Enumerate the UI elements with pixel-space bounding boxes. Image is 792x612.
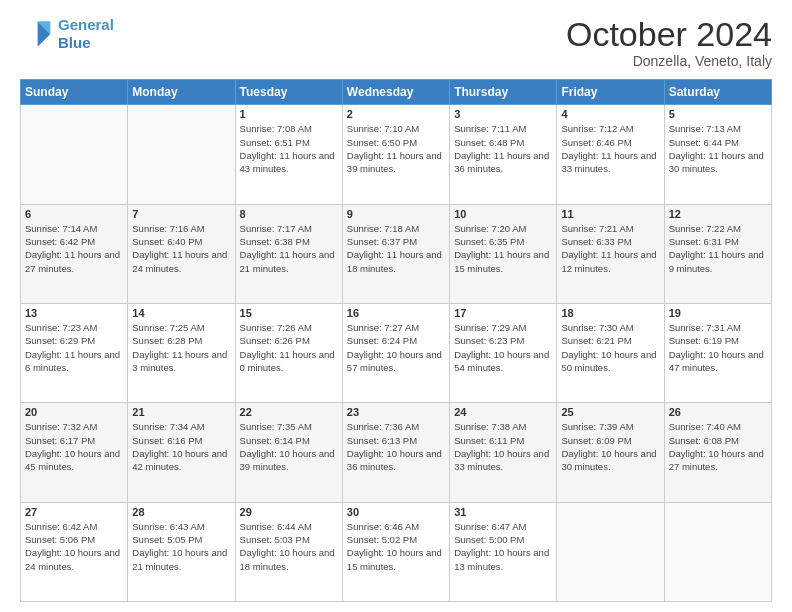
day-number: 19 [669, 307, 767, 319]
day-detail: Sunrise: 7:08 AM Sunset: 6:51 PM Dayligh… [240, 122, 338, 175]
calendar-cell: 24Sunrise: 7:38 AM Sunset: 6:11 PM Dayli… [450, 403, 557, 502]
calendar-cell: 13Sunrise: 7:23 AM Sunset: 6:29 PM Dayli… [21, 304, 128, 403]
day-detail: Sunrise: 7:12 AM Sunset: 6:46 PM Dayligh… [561, 122, 659, 175]
calendar-cell: 11Sunrise: 7:21 AM Sunset: 6:33 PM Dayli… [557, 204, 664, 303]
day-number: 12 [669, 208, 767, 220]
logo-icon [20, 18, 52, 50]
title-block: October 2024 Donzella, Veneto, Italy [566, 16, 772, 69]
calendar-cell: 3Sunrise: 7:11 AM Sunset: 6:48 PM Daylig… [450, 105, 557, 204]
day-header-tuesday: Tuesday [235, 80, 342, 105]
day-detail: Sunrise: 7:10 AM Sunset: 6:50 PM Dayligh… [347, 122, 445, 175]
calendar-cell: 31Sunrise: 6:47 AM Sunset: 5:00 PM Dayli… [450, 502, 557, 601]
calendar-cell: 27Sunrise: 6:42 AM Sunset: 5:06 PM Dayli… [21, 502, 128, 601]
day-detail: Sunrise: 6:43 AM Sunset: 5:05 PM Dayligh… [132, 520, 230, 573]
day-number: 24 [454, 406, 552, 418]
calendar-cell: 23Sunrise: 7:36 AM Sunset: 6:13 PM Dayli… [342, 403, 449, 502]
calendar-week-4: 20Sunrise: 7:32 AM Sunset: 6:17 PM Dayli… [21, 403, 772, 502]
calendar-cell: 10Sunrise: 7:20 AM Sunset: 6:35 PM Dayli… [450, 204, 557, 303]
day-detail: Sunrise: 7:26 AM Sunset: 6:26 PM Dayligh… [240, 321, 338, 374]
logo-line1: General [58, 16, 114, 33]
calendar-cell: 25Sunrise: 7:39 AM Sunset: 6:09 PM Dayli… [557, 403, 664, 502]
calendar-cell: 7Sunrise: 7:16 AM Sunset: 6:40 PM Daylig… [128, 204, 235, 303]
day-number: 10 [454, 208, 552, 220]
calendar-week-2: 6Sunrise: 7:14 AM Sunset: 6:42 PM Daylig… [21, 204, 772, 303]
day-number: 17 [454, 307, 552, 319]
calendar-cell: 14Sunrise: 7:25 AM Sunset: 6:28 PM Dayli… [128, 304, 235, 403]
calendar-cell [557, 502, 664, 601]
day-number: 29 [240, 506, 338, 518]
calendar-cell: 26Sunrise: 7:40 AM Sunset: 6:08 PM Dayli… [664, 403, 771, 502]
calendar-cell: 15Sunrise: 7:26 AM Sunset: 6:26 PM Dayli… [235, 304, 342, 403]
day-header-thursday: Thursday [450, 80, 557, 105]
day-detail: Sunrise: 7:30 AM Sunset: 6:21 PM Dayligh… [561, 321, 659, 374]
day-detail: Sunrise: 7:21 AM Sunset: 6:33 PM Dayligh… [561, 222, 659, 275]
calendar-cell: 20Sunrise: 7:32 AM Sunset: 6:17 PM Dayli… [21, 403, 128, 502]
day-detail: Sunrise: 7:25 AM Sunset: 6:28 PM Dayligh… [132, 321, 230, 374]
day-number: 5 [669, 108, 767, 120]
day-detail: Sunrise: 7:27 AM Sunset: 6:24 PM Dayligh… [347, 321, 445, 374]
day-detail: Sunrise: 7:17 AM Sunset: 6:38 PM Dayligh… [240, 222, 338, 275]
day-detail: Sunrise: 6:46 AM Sunset: 5:02 PM Dayligh… [347, 520, 445, 573]
calendar-table: SundayMondayTuesdayWednesdayThursdayFrid… [20, 79, 772, 602]
day-detail: Sunrise: 7:32 AM Sunset: 6:17 PM Dayligh… [25, 420, 123, 473]
calendar-cell: 28Sunrise: 6:43 AM Sunset: 5:05 PM Dayli… [128, 502, 235, 601]
day-header-saturday: Saturday [664, 80, 771, 105]
day-number: 18 [561, 307, 659, 319]
day-detail: Sunrise: 7:38 AM Sunset: 6:11 PM Dayligh… [454, 420, 552, 473]
day-number: 9 [347, 208, 445, 220]
day-number: 23 [347, 406, 445, 418]
day-number: 14 [132, 307, 230, 319]
day-detail: Sunrise: 7:35 AM Sunset: 6:14 PM Dayligh… [240, 420, 338, 473]
day-number: 15 [240, 307, 338, 319]
page: General Blue October 2024 Donzella, Vene… [0, 0, 792, 612]
calendar-header-row: SundayMondayTuesdayWednesdayThursdayFrid… [21, 80, 772, 105]
day-detail: Sunrise: 7:39 AM Sunset: 6:09 PM Dayligh… [561, 420, 659, 473]
calendar-cell: 5Sunrise: 7:13 AM Sunset: 6:44 PM Daylig… [664, 105, 771, 204]
day-number: 21 [132, 406, 230, 418]
logo: General Blue [20, 16, 114, 52]
day-detail: Sunrise: 7:29 AM Sunset: 6:23 PM Dayligh… [454, 321, 552, 374]
calendar-cell: 18Sunrise: 7:30 AM Sunset: 6:21 PM Dayli… [557, 304, 664, 403]
day-detail: Sunrise: 7:18 AM Sunset: 6:37 PM Dayligh… [347, 222, 445, 275]
day-detail: Sunrise: 7:11 AM Sunset: 6:48 PM Dayligh… [454, 122, 552, 175]
day-number: 11 [561, 208, 659, 220]
header: General Blue October 2024 Donzella, Vene… [20, 16, 772, 69]
calendar-cell: 30Sunrise: 6:46 AM Sunset: 5:02 PM Dayli… [342, 502, 449, 601]
day-detail: Sunrise: 7:20 AM Sunset: 6:35 PM Dayligh… [454, 222, 552, 275]
calendar-cell: 29Sunrise: 6:44 AM Sunset: 5:03 PM Dayli… [235, 502, 342, 601]
calendar-week-1: 1Sunrise: 7:08 AM Sunset: 6:51 PM Daylig… [21, 105, 772, 204]
day-detail: Sunrise: 7:31 AM Sunset: 6:19 PM Dayligh… [669, 321, 767, 374]
calendar-cell: 19Sunrise: 7:31 AM Sunset: 6:19 PM Dayli… [664, 304, 771, 403]
day-detail: Sunrise: 6:44 AM Sunset: 5:03 PM Dayligh… [240, 520, 338, 573]
day-detail: Sunrise: 7:34 AM Sunset: 6:16 PM Dayligh… [132, 420, 230, 473]
calendar-cell: 4Sunrise: 7:12 AM Sunset: 6:46 PM Daylig… [557, 105, 664, 204]
day-number: 28 [132, 506, 230, 518]
day-number: 6 [25, 208, 123, 220]
day-header-sunday: Sunday [21, 80, 128, 105]
day-detail: Sunrise: 6:42 AM Sunset: 5:06 PM Dayligh… [25, 520, 123, 573]
calendar-cell [128, 105, 235, 204]
day-detail: Sunrise: 7:40 AM Sunset: 6:08 PM Dayligh… [669, 420, 767, 473]
calendar-week-5: 27Sunrise: 6:42 AM Sunset: 5:06 PM Dayli… [21, 502, 772, 601]
day-number: 20 [25, 406, 123, 418]
month-title: October 2024 [566, 16, 772, 53]
day-number: 3 [454, 108, 552, 120]
day-number: 2 [347, 108, 445, 120]
day-header-monday: Monday [128, 80, 235, 105]
calendar-cell: 17Sunrise: 7:29 AM Sunset: 6:23 PM Dayli… [450, 304, 557, 403]
day-detail: Sunrise: 7:36 AM Sunset: 6:13 PM Dayligh… [347, 420, 445, 473]
day-number: 7 [132, 208, 230, 220]
day-number: 8 [240, 208, 338, 220]
location: Donzella, Veneto, Italy [566, 53, 772, 69]
calendar-cell [664, 502, 771, 601]
calendar-cell [21, 105, 128, 204]
calendar-cell: 6Sunrise: 7:14 AM Sunset: 6:42 PM Daylig… [21, 204, 128, 303]
day-number: 26 [669, 406, 767, 418]
calendar-week-3: 13Sunrise: 7:23 AM Sunset: 6:29 PM Dayli… [21, 304, 772, 403]
calendar-cell: 9Sunrise: 7:18 AM Sunset: 6:37 PM Daylig… [342, 204, 449, 303]
day-number: 27 [25, 506, 123, 518]
day-number: 1 [240, 108, 338, 120]
day-number: 30 [347, 506, 445, 518]
day-number: 22 [240, 406, 338, 418]
logo-line2: Blue [58, 34, 91, 51]
